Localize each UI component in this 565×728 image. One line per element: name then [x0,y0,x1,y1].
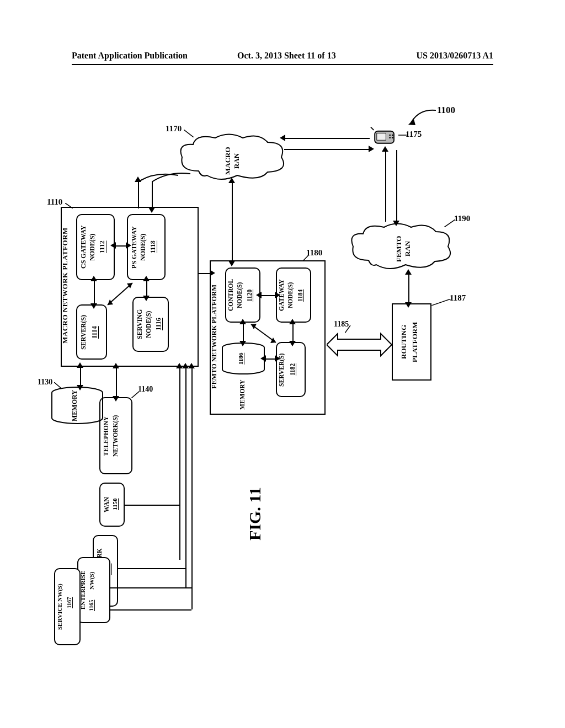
ah-ctrl-gw-r [275,292,280,298]
macro-ran-label: MACRO RAN [223,139,241,183]
svg-line-24 [345,325,350,333]
ah-gw-srv-d [289,341,296,346]
arrow-phone-femto-1 [385,150,386,222]
ah-mRF-d [228,261,235,266]
svg-point-5 [389,137,391,138]
ah-cs-ps-r [126,242,131,249]
ah-ps-serving-d [143,296,150,301]
lead-phone [398,132,407,138]
tel-up-ahd [113,396,119,402]
arrow-macro-femto-1 [199,273,211,274]
svg-marker-0 [408,119,415,125]
arrow-gw-srv [292,323,294,342]
lead-macroran [184,130,194,137]
ah-gw-srv-u [289,319,296,324]
svg-point-4 [392,135,393,136]
macro-platform-title: MACRO NETWORK PLATFORM [61,208,70,363]
link-1185 [327,331,392,358]
ah-ps-serving-u [143,276,150,281]
femto-memory-num: 1186 [237,346,244,371]
svg-line-11 [65,203,73,208]
ah-phone-femto-2a [393,221,399,226]
femto-platform-title: FEMTO NETWORK PLATFORM [210,262,218,411]
ah-ctrl-mem-u [239,319,246,324]
ah-cs-srv-d [90,303,97,309]
bus3-ah [188,363,195,368]
arrow-srv-ps [105,280,135,308]
ah-macro-mem-d [77,385,83,390]
ah-cs-ps-l [110,242,116,249]
femto-server-l1: SERVER(S) [278,346,285,394]
arrow-ctrl-gw [260,295,276,296]
ah-fmem-r [275,355,280,362]
control-l1: CONTROL [227,270,234,320]
arrow-phone-macro-2 [284,149,370,150]
arrow-fran-routing [408,273,409,303]
header-docnum: US 2013/0260713 A1 [416,51,493,61]
ah-fmem-l [260,355,266,362]
ent-link [110,587,191,588]
figure-11: 1100 1175 MACRO RAN 1170 [28,88,535,651]
serving-l2: NODE(S) [145,299,153,349]
ref-macro-platform: 1110 [47,197,62,207]
ah-macro-mem-u [77,362,83,368]
arrow-cs-ps [115,245,127,247]
svg-line-16 [54,382,62,389]
svg-line-10 [444,220,455,227]
ah-ctrl-mem-d [239,341,246,346]
service-num: 1167 [66,587,72,618]
cs-gateway-l2: NODE(S) [88,217,97,277]
ah-mRF-u [228,178,235,183]
ah-mf-1 [210,270,215,276]
network-connectors [116,367,193,654]
ah-fran-r-u [405,269,412,275]
lead-1185 [345,325,353,333]
arrow-cs-srv [94,280,95,304]
control-num: 1120 [246,281,253,310]
macro-server-num: 1114 [90,317,99,347]
svg-line-7 [371,127,374,130]
arrow-phone-macro-1 [284,138,370,139]
ah-ctrl-gw-l [256,292,262,298]
arrow-ctrl-srv [248,323,279,345]
svg-line-22 [431,299,451,306]
header-sheet: Oct. 3, 2013 Sheet 11 of 13 [237,51,336,61]
arrow-ps-serving [146,280,147,297]
header-publication: Patent Application Publication [72,51,188,61]
wan-l1: WAN [103,486,111,523]
telephony-l1: TELEPHONY [103,402,109,470]
ref-1100: 1100 [437,105,455,116]
ref-macro-ran: 1170 [166,124,182,133]
svg-point-6 [392,137,393,138]
cs-gateway-num: 1112 [98,231,106,264]
wan-link [125,505,180,506]
enterprise-num: 1165 [88,595,94,617]
macro-server-l1: SERVER(S) [79,308,88,357]
ah-phone-femto-1a [382,146,388,152]
arrow-ctrl-mem [243,323,244,342]
ref-macro-memory: 1130 [38,378,52,387]
arrow-fmem-srv [265,358,276,360]
curve-mran2 [135,171,179,188]
lead-1180 [302,255,309,261]
ref-1100-arrow [408,106,439,128]
svg-line-17 [302,255,309,261]
ref-phone: 1175 [406,130,422,139]
femto-server-num: 1182 [289,354,296,384]
svg-marker-23 [327,334,392,356]
ss7-link [118,568,185,569]
ah-macro-ran-2 [148,207,155,213]
serving-l1: SERVING [136,299,144,349]
bus3 [191,367,193,609]
serving-num: 1116 [154,309,163,339]
lead-1187 [431,299,451,306]
bus1 [179,367,180,560]
ah-fran-r-d [405,302,412,308]
ref-femto-ran: 1190 [454,214,470,223]
femto-gateway-num: 1184 [297,281,303,310]
macro-memory-label: MEMORY [71,389,79,423]
ps-gateway-num: 1118 [149,231,157,264]
arrow-macro-mem [80,367,81,386]
ref-routing: 1187 [450,293,466,303]
ps-gateway-l1: PS GATEWAY [130,217,138,277]
